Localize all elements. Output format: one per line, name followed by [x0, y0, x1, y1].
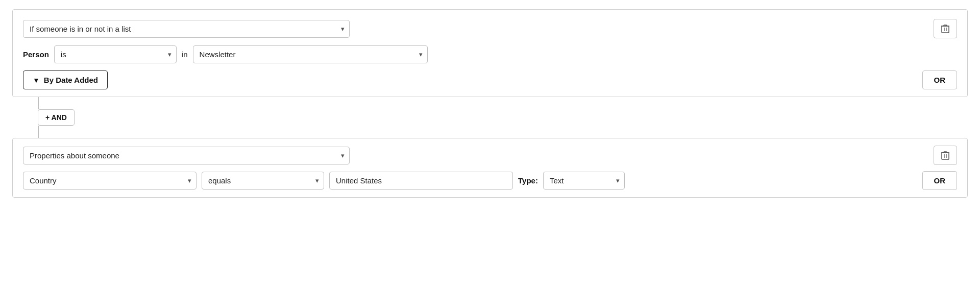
in-label: in	[182, 50, 188, 59]
condition-select[interactable]: If someone is in or not in a list	[23, 20, 350, 38]
properties-row: Properties about someone ▾	[23, 146, 957, 165]
svg-rect-0	[942, 26, 949, 33]
value-input[interactable]	[329, 172, 513, 190]
trash-icon-2	[941, 151, 949, 160]
properties-select[interactable]: Properties about someone	[23, 147, 350, 164]
text-select-wrapper: Text ▾	[543, 172, 625, 190]
country-select[interactable]: Country	[23, 172, 197, 190]
svg-rect-4	[942, 153, 949, 159]
and-button[interactable]: + AND	[38, 109, 75, 126]
trash-icon	[941, 24, 949, 33]
is-select-wrapper: is ▾	[54, 45, 177, 63]
is-select[interactable]: is	[54, 45, 177, 63]
text-select[interactable]: Text	[543, 172, 625, 190]
person-row: Person is ▾ in Newsletter ▾	[23, 45, 957, 63]
newsletter-select[interactable]: Newsletter	[193, 45, 428, 63]
country-select-wrapper: Country ▾	[23, 172, 197, 190]
and-connector: + AND	[12, 97, 968, 138]
properties-select-wrapper: Properties about someone ▾	[23, 147, 350, 164]
person-label: Person	[23, 50, 49, 59]
filter-icon: ▼	[33, 76, 40, 84]
condition-select-wrapper: If someone is in or not in a list ▾	[23, 20, 350, 38]
delete-button-2[interactable]	[934, 146, 957, 165]
filter-row: ▼ By Date Added OR	[23, 70, 957, 89]
filter-button-label: By Date Added	[44, 76, 98, 84]
and-vertical-line-bottom	[38, 126, 39, 138]
equals-select[interactable]: equals	[202, 172, 324, 190]
country-row: Country ▾ equals ▾ Type: Text ▾ OR	[23, 171, 957, 190]
type-label: Type:	[518, 176, 538, 185]
filter-button[interactable]: ▼ By Date Added	[23, 70, 108, 89]
section-2: Properties about someone ▾ Country	[12, 138, 968, 198]
condition-row: If someone is in or not in a list ▾	[23, 19, 957, 38]
section-1: If someone is in or not in a list ▾	[12, 9, 968, 97]
delete-button-1[interactable]	[934, 19, 957, 38]
and-vertical-line-top	[38, 97, 39, 109]
or-button-2[interactable]: OR	[922, 171, 958, 190]
or-button-1[interactable]: OR	[922, 70, 958, 89]
newsletter-select-wrapper: Newsletter ▾	[193, 45, 428, 63]
equals-select-wrapper: equals ▾	[202, 172, 324, 190]
